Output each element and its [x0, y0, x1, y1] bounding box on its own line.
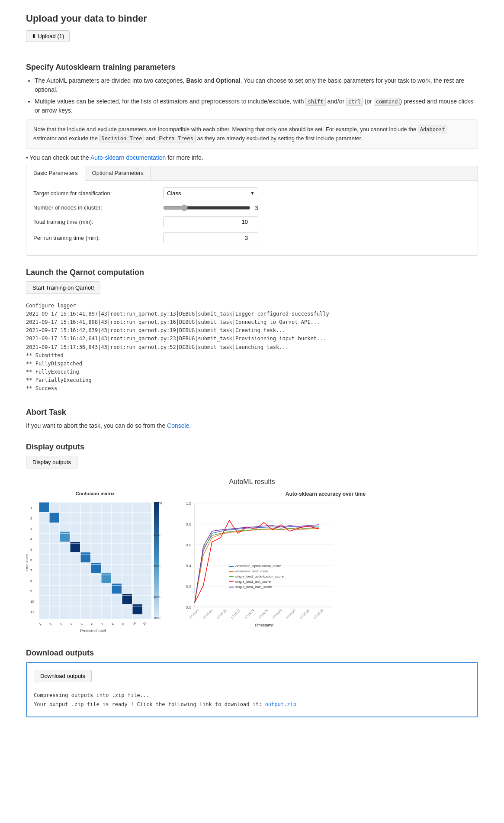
svg-text:0.0: 0.0 [186, 605, 191, 610]
nodes-control: 3 [163, 204, 471, 211]
bullet-2: Multiple values can be selected, for the… [35, 97, 478, 115]
display-title: Display outputs [26, 442, 478, 452]
tab-basic[interactable]: Basic Parameters [26, 166, 85, 181]
confusion-matrix-container: Confusion matrix [26, 491, 164, 636]
svg-text:6: 6 [90, 623, 94, 626]
display-outputs-button[interactable]: Display outputs [26, 456, 77, 468]
per-run-control [163, 232, 471, 243]
total-time-input[interactable] [163, 216, 258, 227]
svg-rect-30 [80, 552, 90, 562]
specify-title: Specify Autosklearn training parameters [26, 63, 478, 72]
form-row-nodes: Number of nodes in cluster: 3 [33, 204, 471, 211]
svg-text:0.2: 0.2 [186, 584, 191, 589]
target-control: Class ▼ [163, 187, 471, 199]
total-time-label: Total training time (min): [33, 219, 163, 225]
svg-text:3: 3 [59, 623, 63, 626]
svg-rect-27 [49, 513, 59, 523]
tab-optional[interactable]: Optional Parameters [85, 166, 151, 180]
svg-text:1.0: 1.0 [186, 501, 191, 506]
svg-rect-35 [132, 604, 142, 614]
download-box: Download outputs Compressing outputs int… [26, 662, 478, 717]
launch-section: Launch the Qarnot computation Start Trai… [26, 268, 478, 396]
form-row-target: Target column for classification: Class … [33, 187, 471, 199]
upload-button[interactable]: ⬆ Upload (1) [26, 30, 70, 42]
svg-text:5: 5 [30, 548, 32, 552]
svg-text:single_best_train_score: single_best_train_score [235, 585, 272, 589]
class-select[interactable]: Class [163, 187, 258, 199]
svg-text:17:15:21: 17:15:21 [202, 609, 213, 619]
svg-text:2: 2 [30, 516, 32, 520]
svg-text:8000: 8000 [154, 533, 161, 536]
svg-rect-34 [122, 594, 132, 604]
lc-title: Auto-sklearn accuracy over time [173, 491, 478, 497]
abort-section: Abort Task If you want to abort the task… [26, 408, 478, 430]
target-label: Target column for classification: [33, 190, 163, 197]
svg-text:17:15:23: 17:15:23 [230, 609, 241, 619]
svg-text:17:15:26: 17:15:26 [272, 609, 282, 619]
svg-text:5: 5 [80, 623, 83, 626]
doc-para: • You can check out the Auto-sklearn doc… [26, 153, 478, 162]
svg-text:11: 11 [30, 610, 34, 614]
bullets-list: The AutoML parameters are divided into t… [26, 76, 478, 115]
svg-rect-91 [229, 571, 234, 572]
svg-rect-33 [112, 584, 122, 594]
svg-text:ensemble_test_score: ensemble_test_score [235, 569, 269, 573]
svg-text:4: 4 [70, 623, 73, 626]
abort-text: If you want to abort the task, you can d… [26, 421, 478, 430]
svg-text:17:15:29: 17:15:29 [313, 609, 324, 619]
svg-text:17:15:20: 17:15:20 [189, 609, 199, 619]
charts-area: AutoML results Confusion matrix [26, 478, 478, 636]
download-outputs-button[interactable]: Download outputs [34, 670, 92, 682]
info-box: Note that the include and exclude parame… [26, 119, 478, 149]
svg-text:Predicted label: Predicted label [80, 629, 106, 633]
tab-content-basic: Target column for classification: Class … [26, 181, 478, 255]
svg-text:9: 9 [30, 589, 32, 593]
svg-rect-26 [39, 502, 49, 512]
confusion-matrix-svg: 1 2 3 4 5 6 7 8 9 10 11 1 2 3 4 5 [26, 498, 164, 636]
svg-text:1: 1 [39, 623, 42, 626]
download-section: Download outputs Download outputs Compre… [26, 649, 478, 717]
svg-text:3: 3 [30, 527, 32, 531]
display-outputs-section: Display outputs Display outputs AutoML r… [26, 442, 478, 636]
charts-row: Confusion matrix [26, 491, 478, 636]
svg-text:Timestamp: Timestamp [254, 623, 273, 627]
per-run-input[interactable] [163, 232, 258, 243]
nodes-value: 3 [255, 204, 258, 211]
automl-results-title: AutoML results [26, 478, 478, 486]
start-training-button[interactable]: Start Training on Qarnot! [26, 281, 100, 294]
svg-text:17:15:22: 17:15:22 [216, 609, 227, 619]
svg-text:4000: 4000 [154, 596, 161, 599]
svg-rect-95 [229, 581, 234, 582]
parameters-tabs-container: Basic Parameters Optional Parameters Tar… [26, 166, 478, 256]
svg-text:0.6: 0.6 [186, 543, 191, 547]
output-zip-link[interactable]: output.zip [265, 701, 296, 707]
nodes-slider-container: 3 [163, 204, 258, 211]
download-log: Compressing outputs into .zip file... Yo… [34, 691, 470, 710]
download-title: Download outputs [26, 649, 478, 658]
total-time-control [163, 216, 471, 227]
svg-text:9: 9 [122, 623, 125, 626]
launch-log: Configure logger 2021-09-17 15:16:41,897… [26, 299, 478, 396]
upload-section: Upload your data to binder ⬆ Upload (1) [26, 13, 478, 51]
console-link[interactable]: Console [167, 422, 189, 429]
nodes-slider[interactable] [163, 204, 250, 211]
svg-text:True label: True label [26, 554, 29, 571]
abort-title: Abort Task [26, 408, 478, 417]
launch-title: Launch the Qarnot computation [26, 268, 478, 277]
svg-text:11: 11 [142, 621, 147, 626]
svg-rect-28 [60, 532, 70, 542]
auto-sklearn-doc-link[interactable]: Auto-sklearn documentation [90, 154, 166, 161]
svg-rect-29 [70, 542, 80, 552]
svg-text:8: 8 [111, 623, 115, 626]
specify-section: Specify Autosklearn training parameters … [26, 63, 478, 256]
svg-text:10: 10 [132, 621, 137, 626]
svg-text:ensemble_optimization_score: ensemble_optimization_score [235, 564, 281, 568]
class-select-wrapper: Class ▼ [163, 187, 258, 199]
page-title: Upload your data to binder [26, 13, 478, 24]
svg-text:0.4: 0.4 [186, 564, 191, 568]
svg-text:1: 1 [30, 506, 32, 510]
svg-text:2000: 2000 [154, 616, 161, 620]
svg-text:single_best_test_score: single_best_test_score [235, 580, 271, 584]
form-row-per-run: Per run training time (min): [33, 232, 471, 243]
svg-text:2: 2 [49, 623, 52, 626]
